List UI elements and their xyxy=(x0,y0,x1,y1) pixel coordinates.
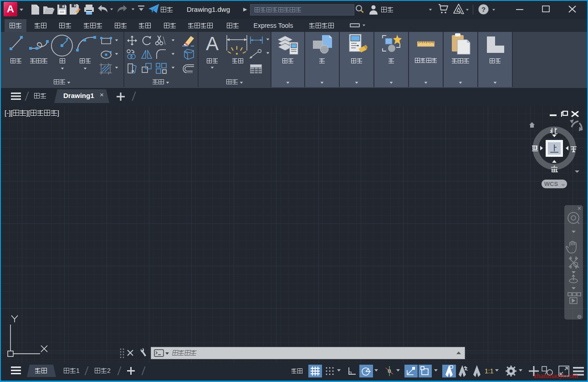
svg-text:?: ? xyxy=(481,5,486,13)
svg-text:WCS: WCS xyxy=(544,181,558,187)
